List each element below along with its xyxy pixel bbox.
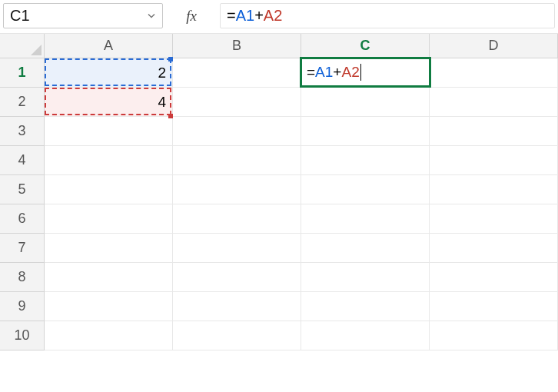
cell-a2[interactable]: 4 <box>45 88 173 117</box>
reference-handle-a1[interactable] <box>168 57 173 61</box>
cell-b4[interactable] <box>173 146 301 175</box>
fx-icon[interactable]: fx <box>171 3 212 28</box>
cell-c2[interactable] <box>301 88 430 117</box>
select-all-corner[interactable] <box>0 34 45 58</box>
formula-ref1: A1 <box>236 7 254 25</box>
column-header-d[interactable]: D <box>430 34 558 58</box>
row-header-3[interactable]: 3 <box>0 117 45 146</box>
cell-a4[interactable] <box>45 146 173 175</box>
cell-b6[interactable] <box>173 204 301 234</box>
reference-handle-a2[interactable] <box>168 114 173 118</box>
rows-container: 1 2 3 4 5 6 7 8 9 10 2 4 <box>0 58 558 350</box>
formula-bar[interactable]: =A1+A2 <box>220 3 555 28</box>
cell-c9[interactable] <box>301 292 430 321</box>
cell-a6[interactable] <box>45 204 173 234</box>
column-header-b[interactable]: B <box>173 34 301 58</box>
cell-a3[interactable] <box>45 117 173 146</box>
editing-cell-c1[interactable]: =A1+A2 <box>300 57 431 88</box>
cell-a9[interactable] <box>45 292 173 321</box>
row-header-7[interactable]: 7 <box>0 234 45 263</box>
cell-d5[interactable] <box>430 175 558 204</box>
editing-plus: + <box>333 64 341 81</box>
cell-b7[interactable] <box>173 234 301 263</box>
cell-d7[interactable] <box>430 234 558 263</box>
editing-ref2: A2 <box>341 64 359 81</box>
cell-c6[interactable] <box>301 204 430 234</box>
cells-area: 2 4 <box>45 58 558 350</box>
formula-plus: + <box>254 7 264 25</box>
cell-d10[interactable] <box>430 321 558 350</box>
editing-ref1: A1 <box>315 64 333 81</box>
cell-d4[interactable] <box>430 146 558 175</box>
column-header-a[interactable]: A <box>45 34 173 58</box>
column-header-row: A B C D <box>0 34 558 58</box>
row-header-8[interactable]: 8 <box>0 263 45 292</box>
row-header-4[interactable]: 4 <box>0 146 45 175</box>
cell-b1[interactable] <box>173 58 301 88</box>
row-header-9[interactable]: 9 <box>0 292 45 321</box>
cell-d9[interactable] <box>430 292 558 321</box>
cell-d3[interactable] <box>430 117 558 146</box>
row-header-10[interactable]: 10 <box>0 321 45 350</box>
formula-ref2: A2 <box>264 7 282 25</box>
column-header-c[interactable]: C <box>301 34 430 58</box>
row-header-5[interactable]: 5 <box>0 175 45 204</box>
cell-b3[interactable] <box>173 117 301 146</box>
cell-d6[interactable] <box>430 204 558 234</box>
row-header-6[interactable]: 6 <box>0 204 45 234</box>
chevron-down-icon[interactable] <box>147 9 156 22</box>
cell-c10[interactable] <box>301 321 430 350</box>
cell-c4[interactable] <box>301 146 430 175</box>
cell-a5[interactable] <box>45 175 173 204</box>
cell-d2[interactable] <box>430 88 558 117</box>
formula-eq: = <box>227 7 236 25</box>
cell-b5[interactable] <box>173 175 301 204</box>
cell-c8[interactable] <box>301 263 430 292</box>
cell-a7[interactable] <box>45 234 173 263</box>
row-headers: 1 2 3 4 5 6 7 8 9 10 <box>0 58 45 350</box>
cell-b2[interactable] <box>173 88 301 117</box>
name-box[interactable]: C1 <box>3 3 163 28</box>
cell-c5[interactable] <box>301 175 430 204</box>
cell-a10[interactable] <box>45 321 173 350</box>
text-cursor-icon <box>360 64 361 81</box>
row-header-2[interactable]: 2 <box>0 88 45 117</box>
cell-a1[interactable]: 2 <box>45 58 173 88</box>
cell-c7[interactable] <box>301 234 430 263</box>
cell-b9[interactable] <box>173 292 301 321</box>
cell-a8[interactable] <box>45 263 173 292</box>
cell-d8[interactable] <box>430 263 558 292</box>
cell-d1[interactable] <box>430 58 558 88</box>
editing-eq: = <box>307 64 315 81</box>
formula-bar-area: C1 fx =A1+A2 <box>0 0 558 34</box>
cell-c3[interactable] <box>301 117 430 146</box>
spreadsheet-grid: A B C D 1 2 3 4 5 6 7 8 9 10 2 4 <box>0 34 558 350</box>
cell-b8[interactable] <box>173 263 301 292</box>
name-box-value: C1 <box>10 7 30 25</box>
row-header-1[interactable]: 1 <box>0 58 45 88</box>
cell-b10[interactable] <box>173 321 301 350</box>
